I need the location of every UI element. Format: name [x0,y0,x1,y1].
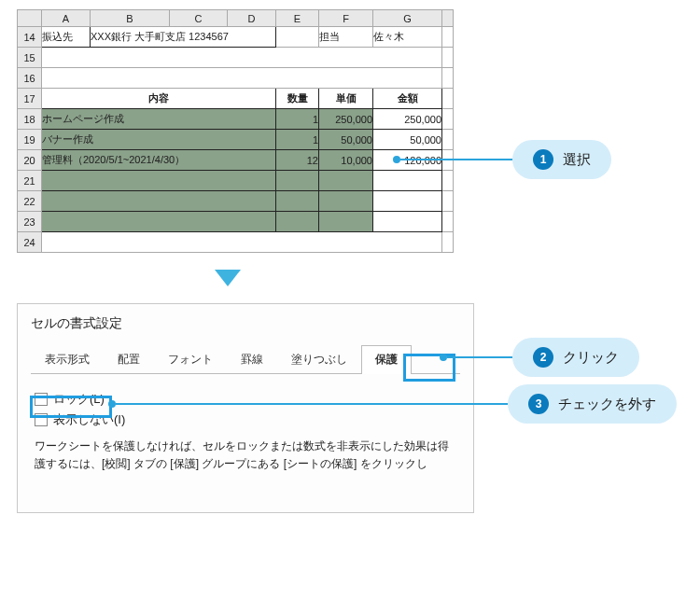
row-20[interactable]: 20 管理料（2020/5/1~2021/4/30） 12 10,000 120… [18,150,454,171]
tab-protection[interactable]: 保護 [361,345,412,374]
tab-font[interactable]: フォント [154,345,227,373]
row-14[interactable]: 14 振込先 XXX銀行 大手町支店 1234567 担当 佐々木 [18,27,454,48]
col-headers: A B C D E F G [18,10,454,27]
callout-1-label: 選択 [563,151,591,169]
hdr-amount[interactable]: 金額 [373,89,442,109]
row-18[interactable]: 18 ホームページ作成 1 250,000 250,000 [18,109,454,130]
dialog-tabs: 表示形式 配置 フォント 罫線 塗りつぶし 保護 [31,345,460,374]
col-B[interactable]: B [91,10,170,27]
spreadsheet[interactable]: A B C D E F G 14 振込先 XXX銀行 大手町支店 1234567… [17,9,454,253]
hdr-content[interactable]: 内容 [42,89,276,109]
col-F[interactable]: F [319,10,373,27]
callout-3: 3チェックを外す [112,384,677,424]
tab-number[interactable]: 表示形式 [31,345,104,373]
cell-A14[interactable]: 振込先 [42,27,91,48]
callout-2: 2クリック [443,338,639,377]
row-17[interactable]: 17 内容 数量 単価 金額 [18,89,454,109]
col-G[interactable]: G [373,10,442,27]
callout-3-label: チェックを外す [558,396,656,413]
dialog-title: セルの書式設定 [31,315,460,332]
checkbox-lock-label: ロック(L) [53,391,105,408]
spreadsheet-panel: A B C D E F G 14 振込先 XXX銀行 大手町支店 1234567… [0,0,457,253]
callout-1: 1選択 [397,140,611,179]
col-D[interactable]: D [228,10,276,27]
hdr-qty[interactable]: 数量 [276,89,319,109]
callout-2-label: クリック [563,349,619,367]
checkbox-icon[interactable] [35,393,48,406]
tab-border[interactable]: 罫線 [227,345,277,373]
tab-alignment[interactable]: 配置 [104,345,154,373]
checkbox-icon[interactable] [35,413,48,426]
cell-B14[interactable]: XXX銀行 大手町支店 1234567 [91,27,276,48]
col-E[interactable]: E [276,10,319,27]
tab-fill[interactable]: 塗りつぶし [277,345,361,373]
hdr-price[interactable]: 単価 [319,89,373,109]
row-19[interactable]: 19 バナー作成 1 50,000 50,000 [18,130,454,150]
col-A[interactable]: A [42,10,91,27]
col-C[interactable]: C [170,10,228,27]
dialog-note: ワークシートを保護しなければ、セルをロックまたは数式を非表示にした効果は得護する… [35,438,456,473]
down-arrow-icon [215,270,241,286]
cell-F14[interactable]: 担当 [319,27,373,48]
cell-G14[interactable]: 佐々木 [373,27,442,48]
